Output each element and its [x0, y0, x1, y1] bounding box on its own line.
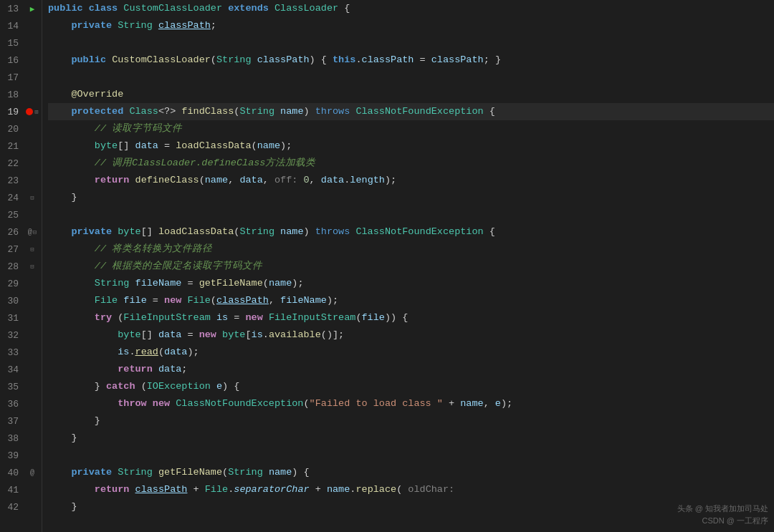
token-dot2-41: .	[350, 481, 355, 498]
token-indent-38	[48, 430, 71, 447]
token-length-23: length	[350, 172, 385, 189]
gutter-line-41: 41	[0, 481, 42, 498]
token-indent-21	[48, 137, 95, 155]
token-indent-22	[48, 155, 95, 172]
token-throw-36: throw	[118, 395, 153, 412]
code-line-38: }	[48, 430, 774, 447]
token-comment-22: // 调用ClassLoader.defineClass方法加载类	[95, 155, 316, 172]
gutter-icons-24[interactable]: ⊟	[23, 194, 42, 202]
code-line-20: // 读取字节码文件	[48, 120, 774, 137]
line-num-37: 37	[0, 416, 23, 427]
token-param-16: classPath	[257, 52, 310, 69]
token-indent-36	[48, 395, 118, 412]
token-paren-36: (	[303, 395, 309, 412]
gutter-line-14: 14	[0, 17, 42, 34]
gutter-line-34: 34	[0, 361, 42, 378]
code-line-24: }	[48, 189, 774, 206]
token-oldchar-label-41: oldChar:	[408, 481, 460, 498]
code-line-26: private byte[] loadClassData(String name…	[48, 223, 774, 241]
token-comma-36: ,	[484, 395, 495, 412]
code-line-31: try (FileInputStream is = new FileInputS…	[48, 309, 774, 327]
gutter-line-21: 21	[0, 137, 42, 155]
code-content: public class CustomClassLoader extends C…	[42, 0, 774, 532]
token-public-13: public	[48, 0, 89, 17]
token-file-class-30: File	[187, 292, 210, 309]
code-line-21: byte[] data = loadClassData(name);	[48, 137, 774, 155]
gutter-line-36: 36	[0, 395, 42, 412]
line-num-14: 14	[0, 21, 23, 32]
token-data-34: data	[158, 361, 181, 378]
gutter-line-38: 38	[0, 430, 42, 447]
code-line-41: return classPath + File.separatorChar + …	[48, 481, 774, 498]
token-is-33: is	[118, 344, 129, 361]
token-override-18: @Override	[71, 86, 123, 103]
code-line-16: public CustomClassLoader(String classPat…	[48, 52, 774, 69]
line-num-22: 22	[0, 158, 23, 169]
token-indent-19	[48, 103, 71, 120]
breakpoint-19[interactable]	[26, 108, 33, 115]
code-line-32: byte[] data = new byte[is.available()];	[48, 327, 774, 344]
fold-icon-27[interactable]: ⊟	[30, 246, 34, 253]
token-getfilename-29: getFileName	[199, 275, 263, 292]
token-paren-30: (	[211, 292, 216, 309]
token-indent-42	[48, 498, 71, 516]
gutter-icons-13[interactable]: ▶	[23, 4, 42, 14]
gutter-icons-27[interactable]: ⊟	[23, 246, 42, 253]
token-filename-30: fileName	[280, 292, 327, 309]
token-indent-41	[48, 481, 95, 498]
token-eq-29: =	[181, 275, 199, 292]
gutter-icons-26[interactable]: @ ⊟	[23, 228, 42, 236]
fold-icon-24[interactable]: ⊟	[30, 194, 34, 202]
token-comment-20: // 读取字节码文件	[95, 120, 182, 137]
gutter-line-19: 19 ⊞	[0, 103, 42, 120]
token-indent-23	[48, 172, 95, 189]
line-num-17: 17	[0, 72, 23, 83]
line-num-16: 16	[0, 55, 23, 66]
fold-icon-26[interactable]: ⊟	[33, 228, 37, 236]
run-icon-13[interactable]: ▶	[30, 4, 35, 14]
token-cnfe-26: ClassNotFoundException	[355, 223, 483, 241]
token-e-35: e	[216, 378, 222, 395]
token-indent-16	[48, 52, 71, 69]
token-paren-41: (	[396, 481, 408, 498]
token-private-14: private	[71, 17, 118, 34]
token-cnfe-36: ClassNotFoundException	[176, 395, 303, 412]
token-comment-27: // 将类名转换为文件路径	[95, 241, 212, 258]
token-paren-33: (	[158, 344, 164, 361]
gutter-icons-40[interactable]: @	[23, 469, 42, 477]
gutter-icons-28[interactable]: ⊟	[23, 263, 42, 271]
token-string-type7-40: String	[228, 464, 269, 481]
token-loadclassdata-21: loadClassData	[176, 137, 251, 155]
token-indent-24	[48, 189, 71, 206]
token-loadclassdata-26: loadClassData	[158, 223, 234, 241]
fold-icon-28[interactable]: ⊟	[30, 263, 34, 271]
gutter-line-40: 40 @	[0, 464, 42, 481]
token-data-23: data	[239, 172, 262, 189]
token-indent-37	[48, 412, 95, 430]
code-line-23: return defineClass(name, data, off: 0, d…	[48, 172, 774, 189]
token-indent-31	[48, 309, 95, 327]
fold-icon-19[interactable]: ⊞	[34, 108, 38, 116]
gutter-icons-19[interactable]: ⊞	[23, 108, 42, 116]
token-paren-29: (	[263, 275, 269, 292]
token-string-type3-19: String	[239, 103, 280, 120]
token-semi-14: ;	[211, 17, 216, 34]
line-num-20: 20	[0, 124, 23, 135]
token-eq-30: =	[147, 292, 164, 309]
code-line-36: throw new ClassNotFoundException("Failed…	[48, 395, 774, 412]
token-brace-close-42: }	[71, 498, 77, 516]
token-available-32: available	[269, 327, 321, 344]
line-num-35: 35	[0, 382, 23, 392]
token-indent-29	[48, 275, 95, 292]
line-num-24: 24	[0, 193, 23, 203]
line-num-25: 25	[0, 210, 23, 221]
token-indent-14	[48, 17, 71, 34]
token-brace-19: {	[484, 103, 495, 120]
token-filename-29: fileName	[135, 275, 182, 292]
token-is-32: is	[252, 327, 263, 344]
code-line-39	[48, 447, 774, 464]
token-arr-21: []	[118, 137, 135, 155]
token-cp-param-16: classPath	[431, 52, 484, 69]
token-paren2-31: (	[355, 309, 361, 327]
token-close-32: ()];	[321, 327, 344, 344]
